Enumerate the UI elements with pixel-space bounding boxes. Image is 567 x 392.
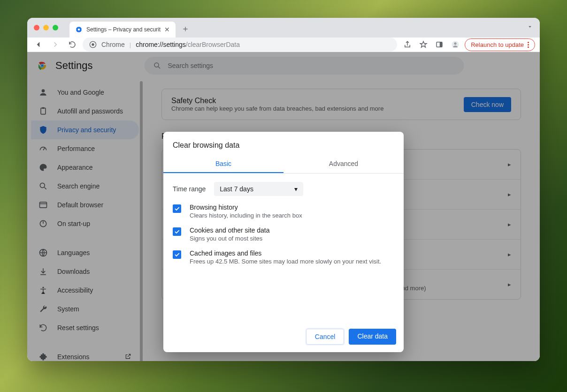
omnibox-scheme: Chrome — [101, 41, 125, 48]
toolbar: Chrome | chrome://settings/clearBrowserD… — [27, 38, 540, 52]
maximize-window[interactable] — [53, 25, 58, 30]
svg-point-1 — [78, 29, 80, 31]
omnibox-url: chrome://settings/clearBrowserData — [136, 41, 240, 48]
checkbox-checked-icon[interactable] — [173, 204, 181, 213]
reload-button[interactable] — [66, 38, 79, 51]
relaunch-update-button[interactable]: Relaunch to update — [465, 38, 535, 51]
close-window[interactable] — [34, 25, 39, 30]
checkbox-checked-icon[interactable] — [173, 227, 181, 236]
svg-rect-5 — [440, 42, 442, 47]
forward-button[interactable] — [49, 38, 62, 51]
new-tab-button[interactable]: ＋ — [181, 23, 190, 34]
tab-advanced[interactable]: Advanced — [284, 155, 404, 173]
panel-icon[interactable] — [433, 38, 446, 51]
check-browsing-history[interactable]: Browsing historyClears history, includin… — [173, 204, 394, 219]
clear-data-button[interactable]: Clear data — [349, 329, 396, 345]
checkbox-checked-icon[interactable] — [173, 250, 181, 259]
time-range-label: Time range — [173, 185, 206, 193]
bookmark-icon[interactable] — [417, 38, 430, 51]
tab-title: Settings – Privacy and securit — [86, 26, 161, 33]
share-icon[interactable] — [401, 38, 414, 51]
cancel-button[interactable]: Cancel — [306, 329, 345, 345]
menu-dots-icon — [528, 42, 529, 48]
svg-point-3 — [92, 43, 94, 45]
content-area: Settings You and Google Autofill and pas… — [27, 52, 540, 361]
browser-tab[interactable]: Settings – Privacy and securit ✕ — [69, 22, 176, 38]
modal-overlay[interactable]: Clear browsing data Basic Advanced Time … — [27, 52, 540, 361]
close-tab-icon[interactable]: ✕ — [164, 26, 170, 33]
address-bar[interactable]: Chrome | chrome://settings/clearBrowserD… — [83, 38, 397, 52]
titlebar: Settings – Privacy and securit ✕ ＋ — [27, 18, 540, 38]
dialog-tabs: Basic Advanced — [163, 155, 404, 173]
tab-basic[interactable]: Basic — [163, 155, 284, 173]
dialog-title: Clear browsing data — [163, 132, 404, 155]
window-controls — [34, 25, 58, 30]
back-button[interactable] — [32, 38, 45, 51]
chrome-badge-icon — [89, 41, 97, 48]
time-range-select[interactable]: Last 7 days ▾ — [214, 182, 303, 196]
clear-browsing-dialog: Clear browsing data Basic Advanced Time … — [163, 132, 404, 352]
tabs-dropdown-icon[interactable] — [527, 23, 533, 31]
minimize-window[interactable] — [43, 25, 49, 30]
svg-point-7 — [454, 42, 457, 45]
settings-favicon — [75, 26, 83, 33]
profile-icon[interactable] — [449, 38, 462, 51]
dropdown-icon: ▾ — [294, 185, 298, 193]
check-cookies[interactable]: Cookies and other site dataSigns you out… — [173, 226, 394, 242]
check-cache[interactable]: Cached images and filesFrees up 42.5 MB.… — [173, 249, 394, 265]
browser-window: Settings – Privacy and securit ✕ ＋ Chrom… — [27, 18, 540, 361]
